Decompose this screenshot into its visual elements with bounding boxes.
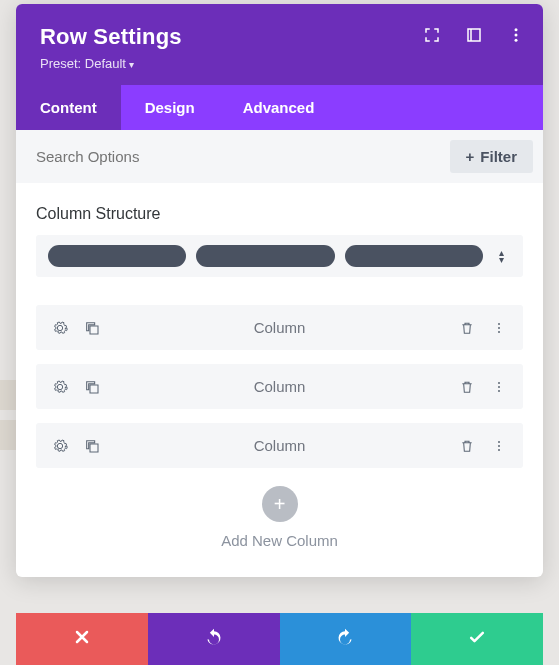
svg-point-5 xyxy=(498,331,500,333)
svg-point-0 xyxy=(515,28,518,31)
tab-advanced[interactable]: Advanced xyxy=(219,85,339,130)
row-settings-modal: Row Settings Preset: Default Content Des… xyxy=(16,4,543,577)
save-button[interactable] xyxy=(411,613,543,665)
column-structure-selector[interactable]: ▴▾ xyxy=(36,235,523,277)
filter-button[interactable]: + Filter xyxy=(450,140,533,173)
column-item[interactable]: Column xyxy=(36,364,523,409)
plus-icon: + xyxy=(274,493,286,516)
kebab-icon[interactable] xyxy=(507,26,525,44)
column-label: Column xyxy=(100,319,459,336)
close-icon xyxy=(72,627,92,652)
structure-col xyxy=(48,245,186,267)
add-column-button[interactable]: + xyxy=(262,486,298,522)
tab-bar: Content Design Advanced xyxy=(16,85,543,130)
svg-point-8 xyxy=(498,390,500,392)
gear-icon[interactable] xyxy=(52,379,68,395)
svg-point-6 xyxy=(498,382,500,384)
modal-body: Column Structure ▴▾ Column xyxy=(16,183,543,577)
svg-point-2 xyxy=(515,39,518,42)
svg-point-7 xyxy=(498,386,500,388)
kebab-icon[interactable] xyxy=(491,438,507,454)
duplicate-icon[interactable] xyxy=(84,320,100,336)
structure-col xyxy=(345,245,483,267)
kebab-icon[interactable] xyxy=(491,320,507,336)
trash-icon[interactable] xyxy=(459,379,475,395)
svg-point-4 xyxy=(498,327,500,329)
tab-design[interactable]: Design xyxy=(121,85,219,130)
search-input[interactable] xyxy=(36,148,440,165)
column-label: Column xyxy=(100,378,459,395)
kebab-icon[interactable] xyxy=(491,379,507,395)
modal-footer xyxy=(16,613,543,665)
check-icon xyxy=(467,627,487,652)
redo-button[interactable] xyxy=(280,613,412,665)
add-column-section: + Add New Column xyxy=(36,486,523,549)
svg-point-1 xyxy=(515,34,518,37)
add-column-label: Add New Column xyxy=(36,532,523,549)
column-item[interactable]: Column xyxy=(36,423,523,468)
structure-col xyxy=(196,245,334,267)
undo-button[interactable] xyxy=(148,613,280,665)
trash-icon[interactable] xyxy=(459,438,475,454)
duplicate-icon[interactable] xyxy=(84,379,100,395)
header-actions xyxy=(423,26,525,44)
gear-icon[interactable] xyxy=(52,320,68,336)
structure-dropdown-icon[interactable]: ▴▾ xyxy=(493,249,511,263)
modal-header: Row Settings Preset: Default xyxy=(16,4,543,85)
column-label: Column xyxy=(100,437,459,454)
panel-icon[interactable] xyxy=(465,26,483,44)
search-bar: + Filter xyxy=(16,130,543,183)
svg-point-3 xyxy=(498,323,500,325)
section-title: Column Structure xyxy=(36,205,523,223)
duplicate-icon[interactable] xyxy=(84,438,100,454)
undo-icon xyxy=(204,627,224,652)
filter-label: Filter xyxy=(480,148,517,165)
tab-content[interactable]: Content xyxy=(16,85,121,130)
svg-point-9 xyxy=(498,441,500,443)
redo-icon xyxy=(335,627,355,652)
svg-point-10 xyxy=(498,445,500,447)
column-item[interactable]: Column xyxy=(36,305,523,350)
trash-icon[interactable] xyxy=(459,320,475,336)
plus-icon: + xyxy=(466,148,475,165)
svg-point-11 xyxy=(498,449,500,451)
cancel-button[interactable] xyxy=(16,613,148,665)
gear-icon[interactable] xyxy=(52,438,68,454)
responsive-icon[interactable] xyxy=(423,26,441,44)
preset-selector[interactable]: Preset: Default xyxy=(40,56,519,71)
